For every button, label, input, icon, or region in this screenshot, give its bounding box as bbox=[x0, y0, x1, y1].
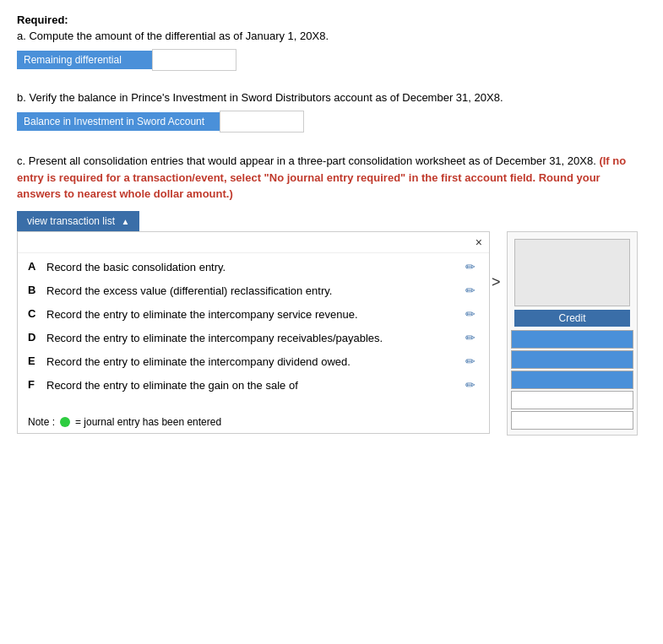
transaction-letter-a: A bbox=[28, 260, 40, 273]
note-text: = journal entry has been entered bbox=[75, 416, 221, 428]
transaction-letter-b: B bbox=[28, 284, 40, 296]
transaction-desc-b: Record the excess value (differential) r… bbox=[46, 284, 459, 299]
edit-icon-a[interactable]: ✏ bbox=[465, 260, 479, 273]
section-c: c. Present all consolidation entries tha… bbox=[17, 153, 646, 434]
edit-icon-f[interactable]: ✏ bbox=[465, 378, 479, 392]
remaining-differential-label: Remaining differential bbox=[17, 51, 152, 69]
edit-icon-c[interactable]: ✏ bbox=[465, 307, 479, 321]
section-a: a. Compute the amount of the differentia… bbox=[17, 30, 646, 71]
credit-inputs-area bbox=[508, 327, 637, 435]
credit-input-2[interactable] bbox=[511, 350, 633, 369]
credit-input-3[interactable] bbox=[511, 371, 633, 389]
section-a-input-row: Remaining differential bbox=[17, 49, 646, 71]
section-b-input-row: Balance in Investment in Sword Account bbox=[17, 111, 646, 133]
section-b: b. Verify the balance in Prince's Invest… bbox=[17, 91, 646, 133]
transaction-panel-wrapper: × A Record the basic consolidation entry… bbox=[17, 231, 646, 434]
balance-investment-input[interactable] bbox=[220, 111, 304, 133]
edit-icon-e[interactable]: ✏ bbox=[465, 354, 479, 368]
transaction-item-a: A Record the basic consolidation entry. … bbox=[28, 260, 479, 275]
section-b-text: b. Verify the balance in Prince's Invest… bbox=[17, 91, 646, 104]
edit-icon-d[interactable]: ✏ bbox=[465, 331, 479, 344]
transaction-item-e: E Record the entry to eliminate the inte… bbox=[28, 354, 479, 370]
panel-header: × bbox=[18, 232, 489, 253]
transaction-item-d: D Record the entry to eliminate the inte… bbox=[28, 331, 479, 346]
transaction-letter-c: C bbox=[28, 307, 40, 320]
note-prefix: Note : bbox=[28, 416, 55, 428]
right-credit-panel: Credit bbox=[507, 231, 638, 436]
section-a-text: a. Compute the amount of the differentia… bbox=[17, 30, 646, 42]
transaction-desc-d: Record the entry to eliminate the interc… bbox=[46, 331, 459, 346]
panel-close-button[interactable]: × bbox=[476, 235, 482, 249]
transaction-desc-a: Record the basic consolidation entry. bbox=[46, 260, 459, 275]
required-label: Required: bbox=[17, 14, 646, 26]
transaction-desc-f: Record the entry to eliminate the gain o… bbox=[46, 378, 459, 393]
transaction-item-c: C Record the entry to eliminate the inte… bbox=[28, 307, 479, 322]
credit-input-5[interactable] bbox=[511, 411, 633, 430]
note-row: Note : = journal entry has been entered bbox=[18, 409, 489, 433]
transaction-item-b: B Record the excess value (differential)… bbox=[28, 284, 479, 299]
credit-input-1[interactable] bbox=[511, 330, 633, 349]
btn-row: view transaction list ▲ bbox=[17, 211, 646, 231]
view-transaction-label: view transaction list bbox=[27, 215, 115, 227]
transaction-panel: × A Record the basic consolidation entry… bbox=[17, 231, 490, 434]
transaction-list: A Record the basic consolidation entry. … bbox=[18, 253, 489, 409]
credit-input-4[interactable] bbox=[511, 391, 633, 409]
remaining-differential-input[interactable] bbox=[152, 49, 236, 71]
transaction-desc-e: Record the entry to eliminate the interc… bbox=[46, 354, 459, 370]
edit-icon-b[interactable]: ✏ bbox=[465, 284, 479, 297]
section-c-text: c. Present all consolidation entries tha… bbox=[17, 153, 646, 203]
credit-label: Credit bbox=[514, 310, 630, 327]
chevron-up-icon: ▲ bbox=[121, 217, 129, 226]
balance-investment-label: Balance in Investment in Sword Account bbox=[17, 112, 220, 131]
panel-arrow-icon: > bbox=[492, 273, 501, 291]
transaction-desc-c: Record the entry to eliminate the interc… bbox=[46, 307, 459, 322]
transaction-letter-d: D bbox=[28, 331, 40, 344]
transaction-letter-f: F bbox=[28, 378, 40, 391]
transaction-letter-e: E bbox=[28, 354, 40, 367]
right-panel-top-area bbox=[514, 239, 630, 306]
transaction-item-f: F Record the entry to eliminate the gain… bbox=[28, 378, 479, 393]
view-transaction-button[interactable]: view transaction list ▲ bbox=[17, 211, 139, 231]
section-c-main-text: c. Present all consolidation entries tha… bbox=[17, 154, 596, 167]
page-content: Required: a. Compute the amount of the d… bbox=[0, 0, 663, 468]
note-dot-icon bbox=[60, 417, 70, 427]
